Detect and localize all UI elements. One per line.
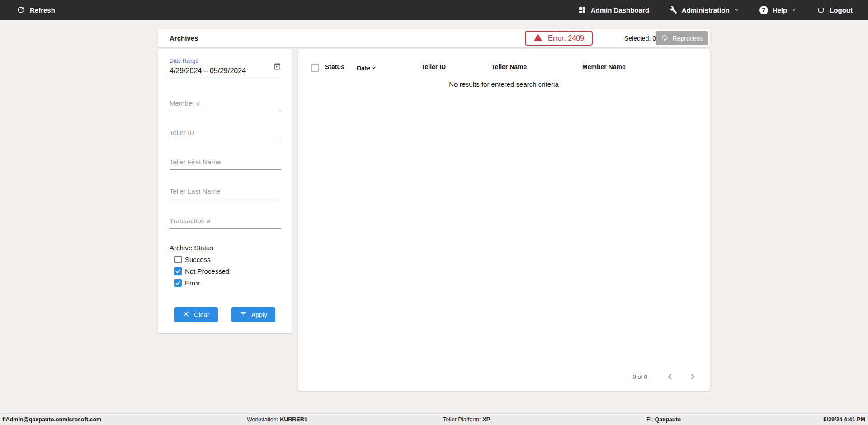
checkbox-label: Not Processed (185, 267, 229, 275)
apply-label: Apply (251, 311, 267, 318)
transaction-number-input[interactable] (170, 215, 281, 229)
teller-last-name-input[interactable] (170, 186, 281, 199)
sort-chevron-down-icon (370, 64, 377, 73)
admin-dashboard-label: Admin Dashboard (591, 6, 649, 14)
selected-count: Selected: 0 (615, 29, 656, 47)
dashboard-icon (578, 6, 586, 14)
member-number-field (170, 98, 281, 111)
chevron-down-icon (791, 7, 797, 13)
column-header-date[interactable]: Date (357, 63, 377, 73)
wrench-icon (669, 6, 677, 14)
checkbox-label: Success (185, 256, 211, 263)
refresh-label: Refresh (30, 6, 55, 14)
sync-icon (661, 34, 669, 43)
transaction-number-field (170, 215, 281, 229)
date-range-label: Date Range (170, 58, 281, 64)
column-header-member-name[interactable]: Member Name (582, 63, 626, 70)
teller-first-name-field (170, 156, 281, 170)
results-table-card: Status Date Teller ID Teller Name Member… (298, 49, 710, 391)
checkbox-success[interactable]: Success (174, 256, 211, 263)
pagination: 0 of 0 (632, 372, 697, 382)
teller-platform-label: Teller Platform: (443, 416, 481, 423)
chevron-left-icon[interactable] (665, 372, 675, 382)
clear-label: Clear (194, 311, 209, 318)
filter-icon (240, 310, 247, 319)
checkbox-box[interactable] (174, 267, 182, 275)
pagination-count: 0 of 0 (632, 374, 647, 380)
teller-last-name-field (170, 186, 281, 199)
chevron-right-icon[interactable] (687, 372, 697, 382)
checkbox-label: Error (185, 279, 200, 287)
fi-label: FI: (646, 416, 653, 423)
workstation-label: Workstation: (247, 416, 278, 423)
logout-button[interactable]: Logout (817, 6, 853, 14)
teller-first-name-input[interactable] (170, 156, 281, 170)
filter-panel: Date Range Archive Status Success Not Pr… (158, 49, 292, 333)
chevron-down-icon (733, 7, 740, 13)
close-icon (183, 311, 189, 319)
logged-in-user: fiAdmin@qaxpauto.onmicrosoft.com (2, 414, 101, 425)
fi-value: Qaxpauto (655, 416, 681, 423)
teller-platform-value: XP (482, 416, 490, 423)
column-header-status[interactable]: Status (325, 63, 344, 70)
reprocess-button[interactable]: Reprocess (656, 31, 708, 45)
table-header-row: Status Date Teller ID Teller Name Member… (298, 49, 710, 74)
archive-status-label: Archive Status (170, 244, 213, 252)
teller-id-field (170, 127, 281, 140)
empty-results-message: No results for entered search criteria (298, 80, 710, 88)
administration-menu[interactable]: Administration (669, 6, 740, 14)
status-bar: fiAdmin@qaxpauto.onmicrosoft.com Worksta… (0, 413, 868, 425)
clear-button[interactable]: Clear (174, 307, 218, 322)
member-number-input[interactable] (170, 98, 281, 111)
checkbox-error[interactable]: Error (174, 279, 200, 287)
fi-info: FI: Qaxpauto (646, 414, 681, 425)
teller-id-input[interactable] (170, 127, 281, 140)
error-badge-label: Error: 2409 (548, 34, 584, 42)
logout-label: Logout (830, 6, 853, 14)
refresh-icon (16, 5, 25, 14)
column-header-date-label: Date (357, 65, 370, 72)
checkbox-not-processed[interactable]: Not Processed (174, 267, 229, 275)
column-header-teller-name[interactable]: Teller Name (491, 63, 527, 70)
checkbox-box[interactable] (174, 279, 182, 287)
column-header-teller-id[interactable]: Teller ID (421, 63, 446, 70)
administration-label: Administration (682, 6, 730, 14)
help-icon: ? (760, 6, 768, 14)
current-datetime: 5/29/24 4:41 PM (824, 414, 865, 425)
workstation-info: Workstation: KURRER1 (247, 414, 307, 425)
archives-header-bar: Archives Error: 2409 Selected: 0 Reproce… (158, 29, 710, 47)
refresh-button[interactable]: Refresh (16, 5, 55, 14)
warning-triangle-icon (533, 33, 542, 44)
checkbox-box[interactable] (174, 256, 182, 263)
workstation-value: KURRER1 (280, 416, 307, 423)
top-navigation-bar: Refresh Admin Dashboard Administration ?… (0, 0, 868, 20)
help-menu[interactable]: ? Help (760, 6, 797, 14)
help-label: Help (773, 6, 788, 14)
date-range-field: Date Range (170, 58, 281, 79)
reprocess-label: Reprocess (673, 35, 703, 42)
power-icon (817, 6, 825, 14)
apply-button[interactable]: Apply (231, 307, 275, 322)
date-range-input[interactable] (170, 64, 281, 79)
error-count-badge[interactable]: Error: 2409 (525, 31, 593, 46)
page-title: Archives (170, 29, 198, 47)
teller-platform-info: Teller Platform: XP (443, 414, 490, 425)
select-all-checkbox[interactable] (311, 64, 319, 72)
admin-dashboard-button[interactable]: Admin Dashboard (578, 6, 649, 14)
calendar-icon[interactable] (274, 62, 281, 72)
